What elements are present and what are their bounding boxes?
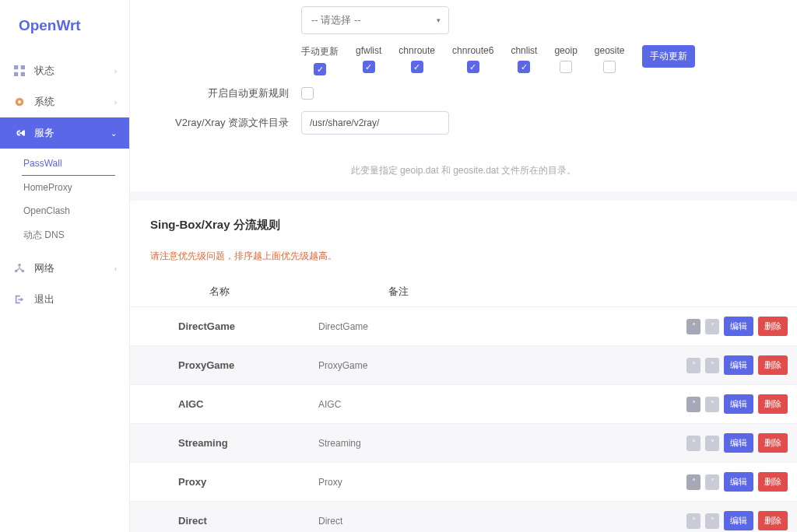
gear-icon [12, 96, 26, 107]
nav-status[interactable]: 状态 › [0, 55, 129, 86]
brand-logo: OpenWrt [0, 0, 129, 55]
select-dropdown[interactable]: -- 请选择 -- ▾ [301, 6, 449, 34]
resdir-label: V2ray/Xray 资源文件目录 [146, 116, 301, 130]
rules-card: Sing-Box/Xray 分流规则 请注意优先级问题，排序越上面优先级越高。 … [130, 201, 797, 532]
subnav-homeproxy[interactable]: HomeProxy [0, 176, 129, 199]
delete-button[interactable]: 删除 [758, 394, 788, 414]
rule-row: StreamingStreaming˄˅编辑删除 [130, 424, 797, 463]
network-icon [12, 263, 26, 274]
chevron-right-icon: › [114, 98, 117, 107]
checkbox-manual[interactable] [314, 63, 326, 75]
cb-label: gfwlist [356, 45, 381, 56]
table-header: 名称 备注 [130, 277, 797, 307]
rule-row: DirectGameDirectGame˄˅编辑删除 [130, 307, 797, 346]
move-up-button[interactable]: ˄ [686, 436, 700, 451]
resdir-input[interactable] [301, 111, 449, 135]
nav-label: 退出 [34, 292, 54, 306]
rule-note: Streaming [318, 438, 497, 449]
chevron-right-icon: › [114, 264, 117, 273]
col-name: 名称 [130, 285, 309, 299]
move-up-button[interactable]: ˄ [686, 319, 700, 334]
rule-name: Proxy [139, 476, 318, 488]
rule-name: DirectGame [139, 320, 318, 332]
resdir-hint: 此变量指定 geoip.dat 和 geosite.dat 文件所在的目录。 [146, 145, 781, 177]
move-up-button[interactable]: ˄ [686, 397, 700, 412]
subnav-passwall[interactable]: PassWall [22, 152, 115, 176]
rule-name: Streaming [139, 437, 318, 449]
checkbox-chnroute[interactable] [411, 61, 423, 73]
delete-button[interactable]: 删除 [758, 433, 788, 453]
checkbox-gfwlist[interactable] [363, 61, 375, 73]
manual-update-button[interactable]: 手动更新 [642, 45, 695, 68]
rule-name: ProxyGame [139, 359, 318, 371]
nav-network[interactable]: 网络 › [0, 253, 129, 284]
nav-label: 网络 [34, 261, 54, 275]
rule-row: ProxyProxy˄˅编辑删除 [130, 463, 797, 502]
exit-icon [12, 294, 26, 305]
geo-settings-panel: -- 请选择 -- ▾ 手动更新 gfwlist chnroute chnrou… [130, 0, 797, 191]
nav-system[interactable]: 系统 › [0, 86, 129, 117]
nav-services[interactable]: 服务 ⌄ [0, 117, 129, 149]
move-down-button[interactable]: ˅ [705, 436, 719, 451]
subnav-ddns[interactable]: 动态 DNS [0, 222, 129, 248]
move-down-button[interactable]: ˅ [705, 397, 719, 412]
svg-rect-1 [14, 65, 18, 69]
move-down-button[interactable]: ˅ [705, 319, 719, 334]
checkbox-chnlist[interactable] [518, 61, 530, 73]
move-up-button[interactable]: ˄ [686, 513, 700, 529]
move-down-button[interactable]: ˅ [705, 358, 719, 373]
cb-label: geoip [554, 45, 577, 56]
move-down-button[interactable]: ˅ [705, 474, 719, 490]
cb-label: chnlist [511, 45, 537, 56]
sidebar: OpenWrt 状态 › 系统 › 服务 ⌄ PassWall HomeProx… [0, 0, 130, 532]
svg-text:OpenWrt: OpenWrt [19, 17, 81, 33]
cb-label: chnroute [398, 45, 435, 56]
checkbox-geoip[interactable] [560, 61, 572, 73]
move-up-button[interactable]: ˄ [686, 358, 700, 373]
svg-point-7 [18, 264, 21, 267]
chevron-down-icon: ⌄ [111, 129, 117, 138]
card-warning: 请注意优先级问题，排序越上面优先级越高。 [130, 239, 797, 277]
nav-label: 服务 [34, 126, 54, 140]
edit-button[interactable]: 编辑 [724, 511, 753, 530]
link-icon [12, 128, 26, 138]
rule-note: ProxyGame [318, 360, 497, 371]
delete-button[interactable]: 删除 [758, 472, 788, 492]
rule-note: Proxy [318, 477, 497, 488]
cb-label: 手动更新 [301, 45, 339, 58]
nav-label: 系统 [34, 95, 54, 109]
checkbox-chnroute6[interactable] [467, 61, 479, 73]
cb-label: chnroute6 [452, 45, 493, 56]
caret-icon: ▾ [437, 16, 441, 24]
checkbox-autoupdate[interactable] [301, 87, 314, 100]
delete-button[interactable]: 删除 [758, 355, 788, 375]
move-up-button[interactable]: ˄ [686, 474, 700, 490]
rule-note: Direct [318, 516, 497, 527]
select-placeholder: -- 请选择 -- [311, 14, 361, 26]
rule-name: Direct [139, 515, 318, 527]
delete-button[interactable]: 删除 [758, 511, 788, 530]
grid-icon [12, 65, 26, 76]
rule-row: DirectDirect˄˅编辑删除 [130, 502, 797, 532]
edit-button[interactable]: 编辑 [724, 472, 753, 492]
auto-update-label: 开启自动更新规则 [146, 86, 301, 100]
col-note: 备注 [309, 285, 488, 299]
move-down-button[interactable]: ˅ [705, 513, 719, 529]
edit-button[interactable]: 编辑 [724, 394, 753, 414]
nav-label: 状态 [34, 64, 54, 78]
rule-note: DirectGame [318, 321, 497, 332]
edit-button[interactable]: 编辑 [724, 317, 753, 336]
edit-button[interactable]: 编辑 [724, 355, 753, 375]
chevron-right-icon: › [114, 67, 117, 75]
svg-rect-2 [21, 65, 25, 69]
rule-name: AIGC [139, 398, 318, 410]
edit-button[interactable]: 编辑 [724, 433, 753, 453]
subnav-openclash[interactable]: OpenClash [0, 199, 129, 222]
checkbox-geosite[interactable] [603, 61, 616, 73]
cb-label: geosite [595, 45, 625, 56]
svg-point-6 [18, 100, 21, 103]
delete-button[interactable]: 删除 [758, 317, 788, 336]
svg-rect-3 [14, 72, 18, 76]
nav-logout[interactable]: 退出 [0, 284, 129, 315]
main-content: -- 请选择 -- ▾ 手动更新 gfwlist chnroute chnrou… [130, 0, 797, 532]
